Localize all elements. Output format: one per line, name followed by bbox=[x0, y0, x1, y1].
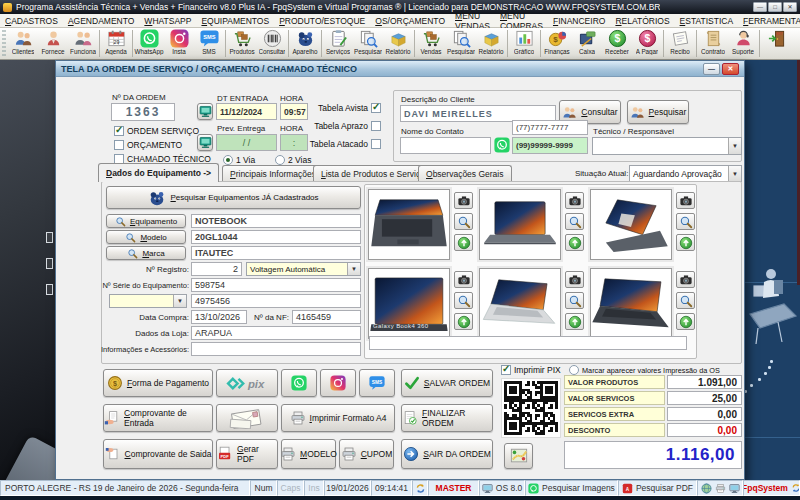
tab-0[interactable]: Dados do Equipamento -> bbox=[98, 163, 219, 182]
status-pesquisar-imagens[interactable]: Pesquisar Imagens bbox=[525, 480, 618, 496]
whatsapp-icon[interactable] bbox=[494, 137, 510, 153]
menu-item-ferramentas[interactable]: FERRAMENTAS bbox=[738, 16, 800, 26]
window-minimize-button[interactable]: — bbox=[703, 63, 720, 75]
instagram-share-button[interactable] bbox=[320, 369, 356, 397]
acessorios-field[interactable] bbox=[191, 342, 361, 356]
photo-capture-button-6[interactable] bbox=[676, 271, 695, 288]
tecnico-dropdown[interactable]: ▼ bbox=[592, 137, 742, 155]
zoom-image-button-3[interactable] bbox=[676, 213, 695, 230]
loja-field[interactable]: ARAPUA bbox=[191, 326, 361, 340]
vias-radio-1[interactable]: 2 Vias bbox=[275, 155, 311, 165]
window-close-button[interactable]: ✕ bbox=[722, 63, 739, 75]
toolbar-button-fornece[interactable]: Fornece bbox=[38, 28, 68, 59]
toolbar-button-aparelho[interactable]: Aparelho bbox=[290, 28, 320, 59]
equipment-photo-3[interactable] bbox=[590, 189, 672, 260]
upload-image-button-4[interactable] bbox=[454, 313, 473, 330]
pix-button[interactable]: pix bbox=[216, 369, 278, 397]
toolbar-button-gr-fico[interactable]: Gráfico bbox=[509, 28, 539, 59]
toolbar-button-insta[interactable]: Insta bbox=[164, 28, 194, 59]
upload-image-button-1[interactable] bbox=[454, 234, 473, 251]
cupom-button[interactable]: CUPOM bbox=[339, 439, 394, 469]
toolbar-button-funciona[interactable]: Funciona bbox=[68, 28, 98, 59]
toolbar-button-agenda[interactable]: 29Agenda bbox=[101, 28, 131, 59]
photo-capture-button-1[interactable] bbox=[454, 192, 473, 209]
menu-item-financeiro[interactable]: FINANCEIRO bbox=[548, 16, 610, 26]
search-registered-equipment-button[interactable]: Pesquisar Equipamentos JÁ Cadastrados bbox=[106, 186, 361, 209]
upload-image-button-6[interactable] bbox=[676, 313, 695, 330]
entry-time-field[interactable]: 09:57 bbox=[280, 103, 308, 120]
situacao-dropdown[interactable]: Aguardando Aprovação▼ bbox=[629, 165, 742, 182]
toolbar-button-consultar[interactable]: Consultar bbox=[257, 28, 287, 59]
toolbar-button-sms[interactable]: SMSSMS bbox=[194, 28, 224, 59]
marcar-valores-radio[interactable]: Marcar aparecer valores Impressão da OS bbox=[569, 365, 720, 375]
app-maximize-button[interactable]: □ bbox=[768, 2, 782, 12]
imprimir-a4-button[interactable]: Imprimir Formato A4 bbox=[281, 404, 395, 432]
serie-field[interactable]: 598754 bbox=[191, 278, 361, 292]
registro-field[interactable]: 2 bbox=[191, 262, 242, 276]
data-compra-field[interactable]: 13/10/2026 bbox=[191, 310, 247, 324]
order-type-checkbox-0[interactable]: ORDEM SERVIÇO bbox=[114, 126, 199, 136]
nf-field[interactable]: 4165459 bbox=[292, 310, 361, 324]
salvar-ordem-button[interactable]: SALVAR ORDEM bbox=[401, 369, 493, 397]
entry-date-picker-button[interactable] bbox=[197, 103, 213, 120]
toolbar-button-recibo[interactable]: Recibo bbox=[665, 28, 695, 59]
zoom-image-button-2[interactable] bbox=[565, 213, 584, 230]
imprime-pix-checkbox[interactable]: Imprimir PIX bbox=[501, 365, 561, 375]
photo-capture-button-3[interactable] bbox=[676, 192, 695, 209]
delivery-date-field[interactable]: / / bbox=[216, 134, 277, 151]
forma-de-pagamento-button[interactable]: $Forma de Pagamento bbox=[103, 369, 213, 397]
toolbar-button-produtos[interactable]: Produtos bbox=[227, 28, 257, 59]
pesquisar-cliente-button[interactable]: Pesquisar bbox=[627, 100, 689, 124]
toolbar-button-clientes[interactable]: Clientes bbox=[8, 28, 38, 59]
menu-item-os-or-amento[interactable]: OS/ORÇAMENTO bbox=[370, 16, 450, 26]
tabela-checkbox-0[interactable]: Tabela Avista bbox=[309, 103, 381, 113]
voltage-dropdown[interactable]: Voltagem Automática▼ bbox=[246, 262, 361, 276]
gallery-note-field[interactable] bbox=[369, 336, 687, 350]
equipment-field-value-0[interactable]: NOTEBOOK bbox=[191, 214, 361, 228]
sms-share-button[interactable]: SMS bbox=[359, 369, 395, 397]
equipment-photo-1[interactable] bbox=[368, 189, 450, 260]
finalizar-ordem-button[interactable]: FINALIZAR ORDEM bbox=[401, 404, 493, 432]
order-number-field[interactable]: 1363 bbox=[111, 103, 175, 121]
photo-capture-button-5[interactable] bbox=[565, 271, 584, 288]
toolbar-button-vendas[interactable]: Vendas bbox=[416, 28, 446, 59]
equipment-photo-4[interactable]: Galaxy Book4 360 bbox=[368, 268, 450, 339]
toolbar-button-receber[interactable]: $Receber bbox=[602, 28, 632, 59]
equipment-photo-5[interactable] bbox=[479, 268, 561, 339]
phone-field[interactable]: (77)7777-7777 bbox=[512, 120, 588, 135]
sair-da-ordem-button[interactable]: SAIR DA ORDEM bbox=[401, 439, 493, 469]
delivery-date-picker-button[interactable] bbox=[197, 134, 213, 151]
order-type-checkbox-1[interactable]: ORÇAMENTO bbox=[114, 140, 182, 150]
envelope-button[interactable] bbox=[216, 404, 278, 432]
toolbar-button-finan-as[interactable]: $Finanças bbox=[542, 28, 572, 59]
toolbar-button-whatsapp[interactable]: WhatsApp bbox=[134, 28, 164, 59]
menu-item-relat-rios[interactable]: RELATÓRIOS bbox=[610, 16, 674, 26]
cellphone-field[interactable]: (99)99999-9999 bbox=[512, 137, 588, 154]
menu-item-agendamento[interactable]: AGENDAMENTO bbox=[63, 16, 139, 26]
equipment-field-button-0[interactable]: Equipamento bbox=[106, 214, 186, 228]
photo-capture-button-4[interactable] bbox=[454, 271, 473, 288]
zoom-image-button-6[interactable] bbox=[676, 292, 695, 309]
menu-item-estatistica[interactable]: ESTATISTICA bbox=[675, 16, 739, 26]
comprovante-saida-button[interactable]: Comprovante de Saida bbox=[103, 439, 213, 469]
comprovante-entrada-button[interactable]: Comprovante de Entrada bbox=[103, 404, 213, 432]
photo-capture-button-2[interactable] bbox=[565, 192, 584, 209]
toolbar-button-suporte[interactable]: Suporte bbox=[728, 28, 758, 59]
toolbar-button-relat-rio[interactable]: Relatório bbox=[476, 28, 506, 59]
whatsapp-share-button[interactable] bbox=[281, 369, 317, 397]
upload-image-button-3[interactable] bbox=[676, 234, 695, 251]
toolbar-button-exitdoor[interactable]: EXIT bbox=[761, 28, 791, 59]
zoom-image-button-4[interactable] bbox=[454, 292, 473, 309]
app-close-button[interactable]: ✕ bbox=[783, 2, 797, 12]
upload-image-button-5[interactable] bbox=[565, 313, 584, 330]
equipment-photo-2[interactable] bbox=[479, 189, 561, 260]
toolbar-button-pesquisar[interactable]: Pesquisar bbox=[353, 28, 383, 59]
extra-serial-dropdown[interactable]: ▼ bbox=[109, 294, 187, 308]
equipment-photo-6[interactable] bbox=[590, 268, 672, 339]
zoom-image-button-5[interactable] bbox=[565, 292, 584, 309]
toolbar-button-pesquisar[interactable]: Pesquisar bbox=[446, 28, 476, 59]
toolbar-button-servi-os[interactable]: Serviços bbox=[323, 28, 353, 59]
map-location-button[interactable] bbox=[504, 443, 533, 469]
toolbar-button-contrato[interactable]: Contrato bbox=[698, 28, 728, 59]
entry-date-field[interactable]: 11/12/2024 bbox=[216, 103, 277, 120]
